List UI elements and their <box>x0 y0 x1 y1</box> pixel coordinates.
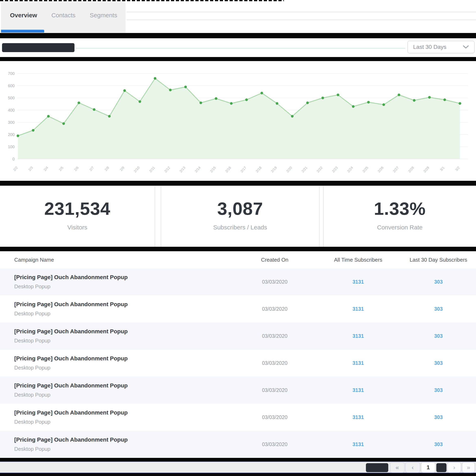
campaigns-table: Campaign Name Created On All Time Subscr… <box>0 251 476 458</box>
chart-panel-header: Last 30 Days <box>0 40 476 57</box>
all-time-subscribers-link[interactable]: 3131 <box>315 441 401 447</box>
date-range-value: Last 30 Days <box>413 44 446 50</box>
section-divider-bar <box>0 458 476 461</box>
subscribers-label: Subscribers / Leads <box>213 224 267 231</box>
campaign-name-link[interactable]: [Pricing Page] Ouch Abandonment Popup <box>14 382 234 389</box>
svg-text:2/27: 2/27 <box>392 166 399 173</box>
column-campaign-name: Campaign Name <box>0 257 234 263</box>
section-divider-bar <box>0 181 476 186</box>
campaign-type-label: Desktop Popup <box>14 392 234 398</box>
campaign-type-label: Desktop Popup <box>14 419 234 425</box>
svg-text:2/18: 2/18 <box>255 166 262 173</box>
divider <box>127 12 476 12</box>
svg-text:2/25: 2/25 <box>362 166 369 173</box>
table-body: [Pricing Page] Ouch Abandonment PopupDes… <box>0 268 476 458</box>
campaign-name-link[interactable]: [Pricing Page] Ouch Abandonment Popup <box>14 274 234 281</box>
conversion-rate-value: 1.33% <box>374 198 426 219</box>
subscribers-area-chart: 01002003004005006007002/22/32/42/52/62/7… <box>0 61 476 180</box>
campaign-name-link[interactable]: [Pricing Page] Ouch Abandonment Popup <box>14 328 234 335</box>
table-row: [Pricing Page] Ouch Abandonment PopupDes… <box>0 295 476 322</box>
campaign-cell: [Pricing Page] Ouch Abandonment PopupDes… <box>0 382 234 398</box>
all-time-subscribers-link[interactable]: 3131 <box>315 414 401 420</box>
campaign-type-label: Desktop Popup <box>14 311 234 317</box>
section-divider-bar <box>0 247 476 251</box>
date-range-select[interactable]: Last 30 Days <box>408 41 475 53</box>
svg-text:3/2: 3/2 <box>454 166 460 172</box>
pagination-bar: « ‹ 1 › » <box>0 461 476 473</box>
svg-text:2/26: 2/26 <box>377 166 384 173</box>
divider <box>76 48 405 49</box>
campaign-name-link[interactable]: [Pricing Page] Ouch Abandonment Popup <box>14 437 234 443</box>
campaign-name-link[interactable]: [Pricing Page] Ouch Abandonment Popup <box>14 301 234 308</box>
svg-text:2/20: 2/20 <box>286 166 293 173</box>
table-row: [Pricing Page] Ouch Abandonment PopupDes… <box>0 377 476 404</box>
table-header: Campaign Name Created On All Time Subscr… <box>0 251 476 268</box>
svg-text:2/4: 2/4 <box>43 166 49 172</box>
campaign-cell: [Pricing Page] Ouch Abandonment PopupDes… <box>0 274 234 290</box>
created-on-value: 03/03/2020 <box>234 306 315 312</box>
campaign-type-label: Desktop Popup <box>14 446 234 452</box>
stat-card-conversion-rate: 1.33% Conversion Rate <box>323 186 476 247</box>
campaign-name-link[interactable]: [Pricing Page] Ouch Abandonment Popup <box>14 355 234 362</box>
all-time-subscribers-link[interactable]: 3131 <box>315 360 401 366</box>
campaign-cell: [Pricing Page] Ouch Abandonment PopupDes… <box>0 437 234 452</box>
svg-text:200: 200 <box>8 132 15 137</box>
last-30-day-subscribers-link[interactable]: 303 <box>401 441 476 447</box>
last-30-day-subscribers-link[interactable]: 303 <box>401 333 476 339</box>
svg-text:400: 400 <box>8 108 15 112</box>
last-30-day-subscribers-link[interactable]: 303 <box>401 279 476 285</box>
all-time-subscribers-link[interactable]: 3131 <box>315 279 401 285</box>
last-30-day-subscribers-link[interactable]: 303 <box>401 387 476 393</box>
table-row: [Pricing Page] Ouch Abandonment PopupDes… <box>0 404 476 431</box>
column-created-on: Created On <box>234 257 315 263</box>
section-divider-bar <box>0 33 476 38</box>
column-all-time-subscribers: All Time Subscribers <box>315 257 401 263</box>
svg-text:2/19: 2/19 <box>270 166 278 173</box>
pagination-current-page[interactable]: 1 <box>421 462 436 473</box>
tab-segments[interactable]: Segments <box>90 12 117 19</box>
svg-text:2/22: 2/22 <box>316 166 323 173</box>
svg-text:2/8: 2/8 <box>104 166 110 172</box>
chart-title-redacted <box>2 43 74 52</box>
pagination-last-button[interactable]: » <box>462 462 475 473</box>
pagination-first-button[interactable]: « <box>390 462 405 473</box>
pagination-total-redacted <box>436 463 446 472</box>
tab-overview[interactable]: Overview <box>10 12 37 19</box>
svg-text:500: 500 <box>8 96 15 100</box>
tab-contacts[interactable]: Contacts <box>51 12 75 19</box>
svg-text:2/15: 2/15 <box>209 166 217 173</box>
svg-text:2/21: 2/21 <box>301 166 308 173</box>
pagination-next-button[interactable]: › <box>447 462 461 473</box>
pagination-prev-button[interactable]: ‹ <box>405 462 420 473</box>
table-row: [Pricing Page] Ouch Abandonment PopupDes… <box>0 268 476 295</box>
last-30-day-subscribers-link[interactable]: 303 <box>401 306 476 312</box>
svg-text:2/16: 2/16 <box>224 166 232 173</box>
campaign-cell: [Pricing Page] Ouch Abandonment PopupDes… <box>0 328 234 344</box>
svg-text:2/7: 2/7 <box>89 166 95 172</box>
stats-row: 231,534 Visitors 3,087 Subscribers / Lea… <box>0 186 476 247</box>
created-on-value: 03/03/2020 <box>234 279 315 285</box>
created-on-value: 03/03/2020 <box>234 414 315 420</box>
svg-text:2/2: 2/2 <box>12 166 18 172</box>
table-row: [Pricing Page] Ouch Abandonment PopupDes… <box>0 350 476 377</box>
created-on-value: 03/03/2020 <box>234 387 315 393</box>
svg-text:2/3: 2/3 <box>28 166 34 172</box>
svg-text:700: 700 <box>8 71 15 76</box>
campaign-name-link[interactable]: [Pricing Page] Ouch Abandonment Popup <box>14 409 234 416</box>
last-30-day-subscribers-link[interactable]: 303 <box>401 414 476 420</box>
svg-text:2/29: 2/29 <box>423 166 430 173</box>
all-time-subscribers-link[interactable]: 3131 <box>315 387 401 393</box>
visitors-value: 231,534 <box>44 198 110 219</box>
bottom-black-bar <box>0 473 476 476</box>
svg-text:2/14: 2/14 <box>194 166 201 173</box>
visitors-label: Visitors <box>67 224 87 231</box>
section-divider-bar <box>0 57 476 61</box>
svg-text:2/24: 2/24 <box>346 166 354 173</box>
all-time-subscribers-link[interactable]: 3131 <box>315 306 401 312</box>
all-time-subscribers-link[interactable]: 3131 <box>315 333 401 339</box>
svg-text:100: 100 <box>8 144 15 149</box>
last-30-day-subscribers-link[interactable]: 303 <box>401 360 476 366</box>
svg-text:0: 0 <box>12 157 15 161</box>
svg-text:2/13: 2/13 <box>179 166 186 173</box>
campaign-type-label: Desktop Popup <box>14 337 234 344</box>
